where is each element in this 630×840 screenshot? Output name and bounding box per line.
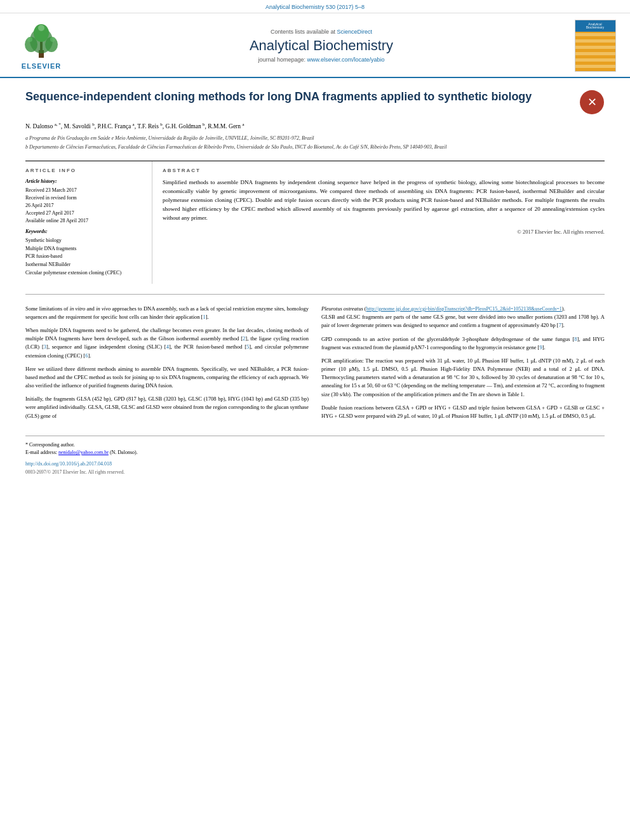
journal-cover-header: AnalyticalBiochemistry (575, 20, 615, 32)
section-divider (25, 294, 605, 295)
svg-point-8 (38, 25, 44, 31)
body-right-col: Pleurotus ostreatus (http://genome.jgi.d… (321, 305, 605, 425)
corresponding-author-note: * Corresponding author. (25, 441, 605, 449)
journal-cover-title-small: AnalyticalBiochemistry (586, 23, 605, 30)
paper-content: Sequence-independent cloning methods for… (0, 78, 630, 475)
sciencedirect-link[interactable]: ScienceDirect (337, 29, 373, 35)
svg-point-7 (50, 37, 55, 42)
article-title-section: Sequence-independent cloning methods for… (25, 78, 605, 121)
footnote-section: * Corresponding author. E-mail address: … (25, 436, 605, 475)
journal-center-info: Contents lists available at ScienceDirec… (70, 29, 573, 63)
journal-reference-bar: Analytical Biochemistry 530 (2017) 5–8 (0, 0, 630, 13)
journal-cover-box: AnalyticalBiochemistry (575, 20, 616, 72)
keywords-list: Synthetic biology Multiple DNA fragments… (25, 237, 144, 277)
article-received: Received 23 March 2017 Received in revis… (25, 187, 144, 225)
body-para-4: Initially, the fragments GLSA (452 bp), … (25, 395, 309, 420)
affiliation-b: b Departamento de Ciências Farmacêuticas… (25, 143, 605, 150)
svg-point-6 (27, 37, 32, 42)
journal-cover-thumbnail: AnalyticalBiochemistry (573, 20, 617, 72)
body-para-8: Double fusion reactions between GLSA + G… (321, 404, 605, 420)
body-para-5: Pleurotus ostreatus (http://genome.jgi.d… (321, 305, 605, 330)
article-info-heading: ARTICLE INFO (25, 168, 144, 173)
journal-title: Analytical Biochemistry (70, 37, 573, 54)
keyword-3: PCR fusion-based (25, 253, 144, 261)
body-content: Some limitations of in vitro and in vivo… (25, 305, 605, 425)
elsevier-logo: ELSEVIER (13, 22, 70, 70)
keyword-2: Multiple DNA fragments (25, 245, 144, 253)
elsevier-wordmark: ELSEVIER (22, 62, 61, 70)
journal-cover-stripes (575, 32, 615, 71)
journal-header: ELSEVIER Contents lists available at Sci… (0, 13, 630, 78)
article-history-label: Article history: (25, 178, 144, 184)
body-para-2: When multiple DNA fragments need to be g… (25, 326, 309, 360)
abstract-heading: ABSTRACT (163, 168, 605, 173)
body-para-6: GPD corresponds to an active portion of … (321, 335, 605, 352)
article-info-abstract-section: ARTICLE INFO Article history: Received 2… (25, 161, 605, 284)
sciencedirect-line: Contents lists available at ScienceDirec… (70, 29, 573, 35)
keywords-label: Keywords: (25, 229, 144, 234)
keyword-4: Isothermal NEBuilder (25, 261, 144, 269)
crossmark-badge: ✕ (579, 90, 605, 115)
abstract-col: ABSTRACT Simplified methods to assemble … (152, 161, 605, 284)
keyword-1: Synthetic biology (25, 237, 144, 245)
body-para-7: PCR amplification: The reaction was prep… (321, 357, 605, 399)
authors-line: N. Dalonso a, *, M. Savoldi b, P.H.C. Fr… (25, 121, 605, 131)
journal-ref-text: Analytical Biochemistry 530 (2017) 5–8 (265, 4, 365, 10)
keyword-5: Circular polymerase extension cloning (C… (25, 269, 144, 277)
crossmark-icon: ✕ (580, 90, 604, 114)
footer-copyright: 0003-2697/© 2017 Elsevier Inc. All right… (25, 469, 605, 475)
affiliation-a: a Programa de Pós Graduação em Saúde e M… (25, 135, 605, 142)
article-info-col: ARTICLE INFO Article history: Received 2… (25, 161, 152, 284)
body-para-1: Some limitations of in vitro and in vivo… (25, 305, 309, 321)
journal-homepage-link[interactable]: www.elsevier.com/locate/yabio (307, 57, 385, 63)
body-left-col: Some limitations of in vitro and in vivo… (25, 305, 309, 425)
journal-homepage-line: journal homepage: www.elsevier.com/locat… (70, 57, 573, 63)
abstract-text: Simplified methods to assemble DNA fragm… (163, 178, 605, 223)
body-para-3: Here we utilized three different methods… (25, 365, 309, 390)
doi-link[interactable]: http://dx.doi.org/10.1016/j.ab.2017.04.0… (25, 461, 112, 467)
email-note: E-mail address: nenidalo@yahoo.com.br (N… (25, 449, 605, 457)
email-link[interactable]: nenidalo@yahoo.com.br (58, 450, 109, 455)
article-title: Sequence-independent cloning methods for… (25, 90, 579, 104)
elsevier-tree-icon (16, 22, 67, 61)
abstract-copyright: © 2017 Elsevier Inc. All rights reserved… (163, 229, 605, 235)
